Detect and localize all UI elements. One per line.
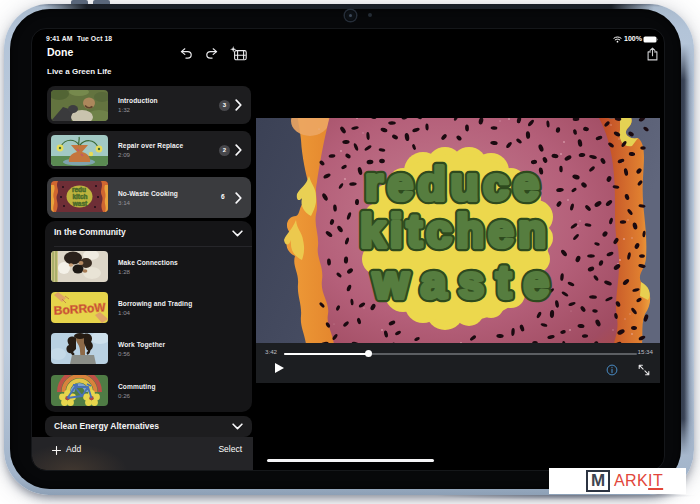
svg-text:waste: waste [372, 256, 549, 308]
svg-text:reduce: reduce [365, 158, 539, 210]
svg-text:redu: redu [72, 186, 86, 193]
svg-text:wast: wast [72, 200, 88, 207]
svg-text:kitch: kitch [72, 193, 87, 200]
